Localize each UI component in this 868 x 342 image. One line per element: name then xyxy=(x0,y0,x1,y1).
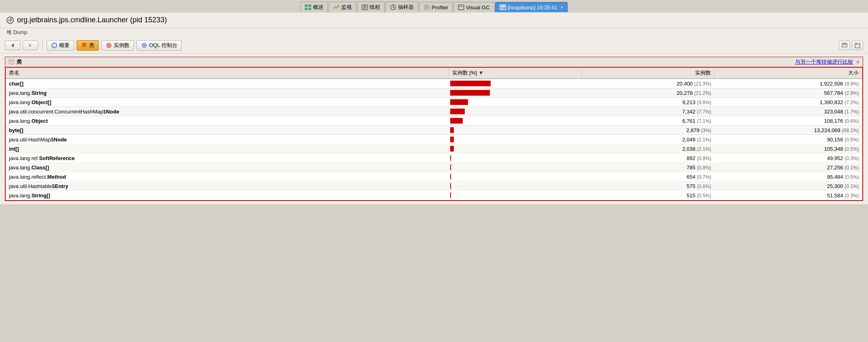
cell-classname: java.lang.Class[] xyxy=(6,163,449,172)
cell-instances: 20,278 (21.2%) xyxy=(581,88,714,98)
btn-overview[interactable]: i 概要 xyxy=(47,40,74,51)
back-button[interactable] xyxy=(5,41,20,50)
tab-close-icon[interactable]: × xyxy=(560,5,563,10)
col-header-instances[interactable]: 实例数 xyxy=(581,68,714,79)
cell-classname: java.lang.reflect.Method xyxy=(6,172,449,182)
cell-classname: java.lang.String xyxy=(6,88,449,98)
svg-rect-29 xyxy=(842,43,847,47)
cell-size: 95,484 (0.5%) xyxy=(715,172,862,182)
cell-size: 25,300 (0.1%) xyxy=(715,182,862,191)
cell-bar xyxy=(449,191,581,200)
svg-point-28 xyxy=(143,45,145,46)
forward-button[interactable] xyxy=(23,41,38,50)
tab-overview[interactable]: 概述 xyxy=(300,2,328,13)
tab-monitor-label: 监视 xyxy=(341,4,352,11)
compare-link[interactable]: 与另一个堆转储进行比较 xyxy=(795,58,853,66)
tab-heapdump-label: [heapdump] 16:35:41 xyxy=(508,4,557,11)
cell-instances: 9,213 (9.6%) xyxy=(581,98,714,107)
cell-size: 1,390,832 (7.2%) xyxy=(715,98,862,107)
subtitle: 堆 Dump xyxy=(0,28,868,38)
cell-classname: java.lang.ref.SoftReference xyxy=(6,154,449,163)
heapdump-icon xyxy=(500,4,506,11)
cell-bar xyxy=(449,98,581,107)
section-actions: 与另一个堆转储进行比较 × xyxy=(795,58,859,66)
cell-instances: 2,049 (2.1%) xyxy=(581,135,714,144)
title-bar: ↺ org.jetbrains.jps.cmdline.Launcher (pi… xyxy=(0,13,868,28)
cell-bar xyxy=(449,154,581,163)
cell-instances: 6,761 (7.1%) xyxy=(581,116,714,126)
tab-profiler[interactable]: Profiler xyxy=(419,2,453,12)
table-row[interactable]: java.lang.Object 6,761 (7.1%) 108,176 (0… xyxy=(6,116,862,126)
btn-classes-label: 类 xyxy=(89,42,94,49)
tab-sampler-label: 抽样器 xyxy=(398,4,414,11)
toolbar-separator-1 xyxy=(42,41,43,50)
table-row[interactable]: byte[] 2,879 (3%) 13,224,069 (68.1%) xyxy=(6,126,862,135)
threads-icon xyxy=(362,4,368,11)
tab-visualgc-label: Visual GC xyxy=(466,4,489,11)
profiler-icon xyxy=(423,4,430,11)
btn-overview-label: 概要 xyxy=(59,42,70,49)
cell-instances: 2,879 (3%) xyxy=(581,126,714,135)
cell-size: 567,784 (2.9%) xyxy=(715,88,862,98)
col-header-size[interactable]: 大小 xyxy=(715,68,862,79)
monitor-icon xyxy=(333,4,340,11)
cell-bar xyxy=(449,163,581,172)
btn-oql[interactable]: OQL 控制台 xyxy=(136,40,182,51)
col-header-classname[interactable]: 类名 xyxy=(6,68,449,79)
tab-heapdump[interactable]: [heapdump] 16:35:41 × xyxy=(495,2,568,12)
cell-bar xyxy=(449,107,581,116)
cell-instances: 7,342 (7.7%) xyxy=(581,107,714,116)
tab-sampler[interactable]: 抽样器 xyxy=(385,2,418,13)
cell-bar xyxy=(449,88,581,98)
settings-button[interactable] xyxy=(852,41,863,50)
table-row[interactable]: java.util.concurrent.ConcurrentHashMap$N… xyxy=(6,107,862,116)
cell-size: 27,256 (0.1%) xyxy=(715,163,862,172)
cell-bar xyxy=(449,144,581,154)
forward-icon xyxy=(27,42,34,49)
tab-threads[interactable]: 线程 xyxy=(357,2,385,13)
svg-rect-2 xyxy=(305,8,308,10)
overview-icon xyxy=(305,4,311,11)
visualgc-icon xyxy=(458,4,464,11)
table-row[interactable]: java.lang.String 20,278 (21.2%) 567,784 … xyxy=(6,88,862,98)
table-row[interactable]: int[] 2,038 (2.1%) 105,348 (0.5%) xyxy=(6,144,862,154)
cell-bar xyxy=(449,116,581,126)
export-button[interactable] xyxy=(839,41,850,50)
classes-icon xyxy=(81,42,87,49)
cell-size: 323,048 (1.7%) xyxy=(715,107,862,116)
cell-classname: java.lang.Object[] xyxy=(6,98,449,107)
btn-classes[interactable]: 类 xyxy=(77,40,99,51)
cell-classname: java.util.Hashtable$Entry xyxy=(6,182,449,191)
sampler-icon xyxy=(390,4,396,11)
section-icon xyxy=(9,59,15,65)
btn-instances[interactable]: 实例数 xyxy=(101,40,134,51)
close-section-button[interactable]: × xyxy=(856,59,859,65)
svg-point-26 xyxy=(108,45,110,46)
table-row[interactable]: java.lang.String[] 515 (0.5%) 51,584 (0.… xyxy=(6,191,862,200)
toolbar-right xyxy=(839,41,863,50)
cell-classname: byte[] xyxy=(6,126,449,135)
table-row[interactable]: java.util.Hashtable$Entry 575 (0.6%) 25,… xyxy=(6,182,862,191)
tab-profiler-label: Profiler xyxy=(432,4,448,11)
tab-bar: 概述 监视 线程 抽样器 Profiler Visual GC [heapd xyxy=(0,0,868,13)
table-row[interactable]: java.lang.reflect.Method 654 (0.7%) 95,4… xyxy=(6,172,862,182)
table-row[interactable]: java.lang.Object[] 9,213 (9.6%) 1,390,83… xyxy=(6,98,862,107)
table-row[interactable]: char[] 20,400 (21.3%) 1,922,506 (9.9%) xyxy=(6,79,862,88)
cell-size: 1,922,506 (9.9%) xyxy=(715,79,862,88)
cell-classname: java.lang.String[] xyxy=(6,191,449,200)
cell-bar xyxy=(449,79,581,88)
tab-overview-label: 概述 xyxy=(313,4,323,11)
tab-monitor[interactable]: 监视 xyxy=(329,2,356,13)
table-row[interactable]: java.lang.Class[] 785 (0.8%) 27,256 (0.1… xyxy=(6,163,862,172)
tab-visualgc[interactable]: Visual GC xyxy=(453,2,494,12)
cell-size: 49,952 (0.3%) xyxy=(715,154,862,163)
table-row[interactable]: java.lang.ref.SoftReference 892 (0.9%) 4… xyxy=(6,154,862,163)
table-row[interactable]: java.util.HashMap$Node 2,049 (2.1%) 90,1… xyxy=(6,135,862,144)
cell-bar xyxy=(449,182,581,191)
cell-bar xyxy=(449,135,581,144)
cell-classname: int[] xyxy=(6,144,449,154)
main-content: 类 与另一个堆转储进行比较 × 类名 实例数 [%] 实例数 xyxy=(0,53,868,204)
col-header-instances-pct[interactable]: 实例数 [%] xyxy=(449,68,581,79)
cell-classname: java.lang.Object xyxy=(6,116,449,126)
cell-classname: java.util.concurrent.ConcurrentHashMap$N… xyxy=(6,107,449,116)
